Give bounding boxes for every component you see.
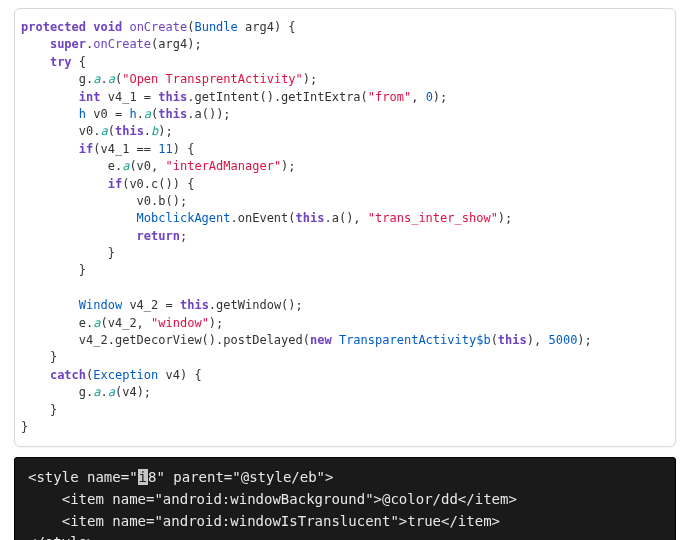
java-code-block: protected void onCreate(Bundle arg4) { s… [14,8,676,447]
xml-code-block: <style name="i8" parent="@style/eb"> <it… [14,457,676,540]
xml-code: <style name="i8" parent="@style/eb"> <it… [28,467,662,540]
java-code: protected void onCreate(Bundle arg4) { s… [21,19,669,436]
